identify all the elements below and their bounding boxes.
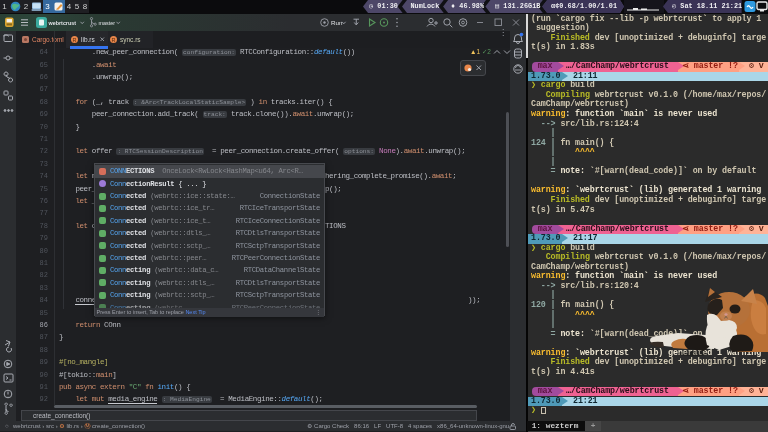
svg-text:Cargo.toml: Cargo.toml [32,36,64,44]
svg-text:R: R [112,37,116,43]
svg-text:master: master [99,20,116,26]
svg-text:R: R [73,37,77,43]
svg-text:Run: Run [331,19,343,26]
svg-text:webrtcrust: webrtcrust [48,20,77,26]
svg-text:sync.rs: sync.rs [120,36,141,44]
svg-text:lib.rs: lib.rs [81,36,95,43]
